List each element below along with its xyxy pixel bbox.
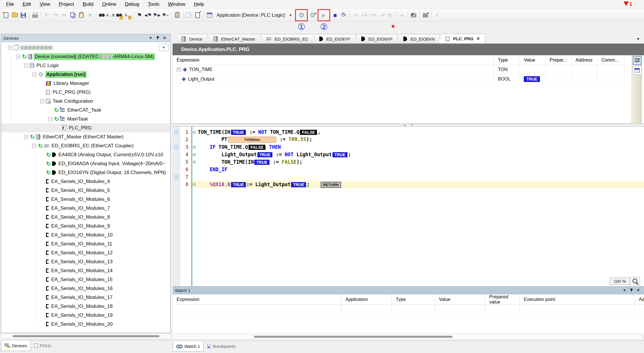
menu-window[interactable]: Window	[164, 0, 190, 9]
tree-item[interactable]: EA_Serials_IO_Modules_18	[1, 302, 170, 311]
close-icon[interactable]: ×	[161, 35, 168, 41]
scrollbar-thumb[interactable]	[254, 336, 452, 338]
tree-item[interactable]: EA_Serials_IO_Modules_11	[1, 239, 170, 248]
tree-item[interactable]: ↻EtherCAT_Task	[1, 106, 170, 115]
cut-button[interactable]: ✂	[60, 11, 68, 20]
bottom-tab-pous[interactable]: POUs	[31, 340, 55, 351]
tree-root-dropdown[interactable]: ▼	[159, 44, 169, 51]
tree-item[interactable]: PLC_PRG	[1, 123, 170, 132]
tree-item[interactable]: EA_Serials_IO_Modules_4	[1, 177, 170, 186]
fold-collapse-icon[interactable]: −	[174, 130, 179, 134]
code-line[interactable]: −1TON_TIME(INTRUE := NOT TON_TIME.QFALSE…	[173, 128, 644, 136]
menu-debug[interactable]: Debug	[121, 0, 144, 9]
tree-item[interactable]: Library Manager	[1, 79, 170, 88]
tree-item[interactable]: EA_Serials_IO_Modules_14	[1, 266, 170, 275]
menu-tools[interactable]: Tools	[144, 0, 164, 9]
watch-column-header[interactable]: Execution point	[520, 294, 635, 304]
tab-ed_eiobrg_ec[interactable]: ED_EIOBRG_EC	[259, 34, 314, 43]
tree-item[interactable]: EA_Serials_IO_Modules_15	[1, 275, 170, 284]
collapse-icon[interactable]: −	[16, 55, 20, 59]
menu-view[interactable]: View	[35, 0, 55, 9]
tree-item[interactable]: EA_Serials_IO_Modules_20	[1, 320, 170, 329]
decl-column-header[interactable]: Address	[572, 55, 597, 65]
tree-item[interactable]: ↻ED_EIO16YN (Digital Output, 16 Channels…	[1, 168, 170, 177]
watch-column-header[interactable]: Value	[435, 294, 485, 304]
reset-button[interactable]: ↻	[386, 11, 394, 20]
tree-item[interactable]: EA_Serials_IO_Modules_6	[1, 195, 170, 204]
tree-item[interactable]: EA_Serials_IO_Modules_13	[1, 257, 170, 266]
menu-help[interactable]: Help	[190, 0, 208, 9]
textual-view-button[interactable]	[633, 56, 641, 65]
tree-item[interactable]: −↻ED_EIOBRG_EC (EtherCAT Coupler)	[1, 141, 170, 150]
decl-column-header[interactable]: Expression	[173, 55, 494, 65]
pin-icon[interactable]	[628, 287, 635, 293]
paste-button[interactable]	[77, 11, 86, 20]
scrollbar-thumb[interactable]	[13, 335, 159, 337]
start-button[interactable]: ▶	[320, 11, 328, 20]
bottom-tab-devices[interactable]: Devices	[1, 340, 31, 351]
tree-item[interactable]: EA_Serials_IO_Modules_12	[1, 248, 170, 257]
editor-splitter[interactable]: ▲▼	[173, 124, 644, 127]
next-bookmark-button[interactable]: ⚑▶	[152, 11, 161, 20]
tree-item[interactable]: −↻Device [connected] (EDATEC--ARM64-Linu…	[1, 52, 170, 61]
previous-bookmark-button[interactable]: ◀⚑	[144, 11, 152, 20]
clear-bookmarks-button[interactable]: ⚑×	[161, 11, 170, 20]
menu-file[interactable]: File	[2, 0, 18, 9]
tree-item[interactable]: EA_Serials_IO_Modules_10	[1, 230, 170, 239]
tree-item[interactable]: EA_Serials_IO_Modules_16	[1, 284, 170, 293]
tree-item[interactable]: EA_Serials_IO_Modules_8	[1, 213, 170, 222]
export-document-button[interactable]: ↗	[193, 11, 202, 20]
new-project-button[interactable]: *	[2, 11, 10, 20]
fold-collapse-icon[interactable]: −	[174, 145, 179, 149]
tree-item[interactable]: −⚙Application [run]	[1, 70, 170, 79]
tree-item[interactable]: EA_Serials_IO_Modules_17	[1, 293, 170, 302]
collapse-icon[interactable]: −	[24, 135, 28, 139]
tree-item[interactable]: EA_Serials_IO_Modules_9	[1, 222, 170, 230]
tree-item[interactable]: −	[1, 43, 170, 52]
tab-plc_prg[interactable]: PLC_PRG×	[438, 34, 485, 43]
watch-column-header[interactable]: Type	[392, 294, 435, 304]
menu-project[interactable]: Project	[54, 0, 78, 9]
devices-horizontal-scrollbar[interactable]	[1, 333, 171, 339]
collapse-icon[interactable]: −	[48, 117, 52, 121]
decl-column-header[interactable]: Prepar...	[546, 55, 572, 65]
watch-column-header[interactable]: Expression	[173, 294, 341, 304]
watch-empty-row[interactable]	[173, 305, 644, 316]
replace-in-project-button[interactable]: A→	[123, 11, 132, 20]
code-line[interactable]: 4 Light_OutputTRUE := NOT Light_OutputTR…	[173, 151, 644, 158]
delete-button[interactable]: ×	[86, 11, 94, 20]
tab-ed_eio8xn[interactable]: ED_EIO8XN	[396, 34, 440, 43]
code-line[interactable]: −7	[173, 173, 644, 181]
step-out-button[interactable]: ↰≡	[368, 11, 377, 20]
run-to-cursor-button[interactable]: →≡	[377, 11, 386, 20]
menu-online[interactable]: Online	[98, 0, 121, 9]
active-application-combo[interactable]: Application [Device: PLC Logic] ▼	[217, 12, 292, 18]
step-over-button[interactable]: ↓≡	[351, 11, 360, 20]
watch-column-header[interactable]: Prepared value	[485, 294, 520, 304]
fold-collapse-icon[interactable]: −	[174, 175, 179, 179]
open-project-button[interactable]	[10, 11, 19, 20]
declaration-row[interactable]: +TON_TIMETON	[173, 65, 644, 75]
tab-ethercat_master[interactable]: EtherCAT_Master	[206, 34, 261, 43]
magnifier-icon[interactable]	[630, 277, 640, 285]
pin-icon[interactable]	[154, 35, 161, 41]
code-line[interactable]: 8 %QX18.0TRUE:= Light_OutputTRUE; RETURN	[173, 181, 644, 188]
tree-item[interactable]: ↻EA40C8 (Analog Output, Current(±5V,0-10…	[1, 150, 170, 159]
tree-item[interactable]: ↻ED_EIO4ADA (Analog Input, Voltage(4~20m…	[1, 159, 170, 168]
tree-item[interactable]: EA_Serials_IO_Modules_19	[1, 311, 170, 320]
tree-item[interactable]: EA_Serials_IO_Modules_5	[1, 186, 170, 195]
tab-ed_eio8yp[interactable]: ED_EIO8YP	[312, 34, 356, 43]
decl-column-header[interactable]: Comm...	[597, 55, 624, 65]
collapse-icon[interactable]: −	[8, 46, 12, 50]
code-editor[interactable]: −1TON_TIME(INTRUE := NOT TON_TIME.QFALSE…	[173, 127, 644, 286]
tree-item[interactable]: EA_Serials_IO_Modules_7	[1, 204, 170, 213]
redo-button[interactable]: ↷	[51, 11, 60, 20]
code-line[interactable]: 5 TON_TIME(INTRUE := FALSE);	[173, 158, 644, 166]
stop-button[interactable]: ■	[331, 11, 339, 20]
watch-column-header[interactable]: Ad	[635, 294, 644, 304]
step-into-button[interactable]: ↳≡	[360, 11, 368, 20]
collapse-icon[interactable]: −	[24, 64, 28, 68]
code-line[interactable]: 6 END_IF	[173, 166, 644, 173]
tree-item[interactable]: −Task Configuration	[1, 97, 170, 106]
code-line[interactable]: −3 IF TON_TIME.QFALSE THEN	[173, 143, 644, 151]
